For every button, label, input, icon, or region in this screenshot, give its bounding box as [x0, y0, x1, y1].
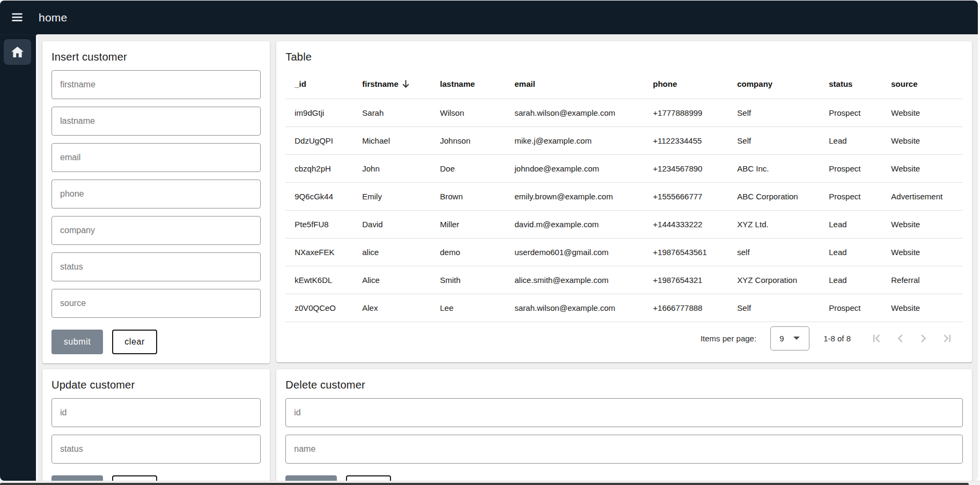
column-header-status[interactable]: status: [820, 70, 882, 99]
table-row: 9Q6cGk44EmilyBrownemily.brown@example.co…: [285, 182, 963, 210]
cell-status: Lead: [820, 238, 882, 266]
delete-card-title: Delete customer: [285, 378, 963, 391]
column-header-label: lastname: [440, 79, 475, 88]
cell-firstname: Emily: [353, 182, 431, 210]
table-paginator: Items per page: 9 1-8 of 8: [285, 322, 963, 362]
column-header-label: firstname: [362, 79, 399, 88]
delete-submit-button[interactable]: submit: [285, 475, 337, 481]
sidebar-nav: [0, 34, 38, 481]
cell-phone: +1234567890: [644, 154, 728, 182]
column-header-email[interactable]: email: [505, 70, 644, 99]
cell-status: Prospect: [820, 99, 882, 126]
cell-phone: +1122334455: [644, 126, 728, 154]
page-size-value: 9: [779, 334, 784, 343]
first-page-button[interactable]: [865, 326, 888, 350]
table-card-title: Table: [285, 50, 963, 63]
next-page-button[interactable]: [912, 326, 935, 350]
content-grid: Insert customer submit clear Table _idfi…: [38, 34, 978, 481]
cell-source: Advertisement: [882, 182, 963, 210]
cell-email: johndoe@example.com: [505, 154, 644, 182]
cell-phone: +19876543561: [644, 238, 728, 266]
column-header-label: _id: [294, 79, 306, 88]
cell-company: Self: [728, 126, 820, 154]
cell-email: sarah.wilson@example.com: [505, 294, 644, 322]
cell-lastname: Smith: [431, 266, 505, 294]
cell-company: XYZ Corporation: [728, 266, 820, 294]
insert-firstname-input[interactable]: [51, 70, 261, 99]
column-header-label: email: [514, 79, 535, 88]
update-id-input[interactable]: [51, 398, 261, 427]
delete-clear-button[interactable]: clear: [346, 475, 391, 481]
paginator-range-label: 1-8 of 8: [823, 334, 851, 343]
delete-button-row: submit clear: [285, 475, 963, 481]
cell-status: Lead: [820, 266, 882, 294]
menu-button[interactable]: [6, 7, 28, 28]
horizontal-scrollbar-thumb[interactable]: [0, 483, 969, 485]
cell-email: emily.brown@example.com: [505, 182, 644, 210]
items-per-page-label: Items per page:: [701, 334, 756, 343]
update-submit-button[interactable]: submit: [51, 475, 103, 481]
cell-status: Lead: [820, 210, 882, 238]
cell-source: Website: [882, 154, 963, 182]
last-page-icon: [943, 334, 952, 342]
cell-email: mike.j@example.com: [505, 126, 644, 154]
cell-firstname: David: [353, 210, 431, 238]
cell-lastname: Miller: [431, 210, 505, 238]
previous-page-icon: [897, 334, 903, 342]
cell-_id: Pte5fFU8: [285, 210, 353, 238]
horizontal-scrollbar[interactable]: [0, 481, 980, 485]
cell-phone: +1444333222: [644, 210, 728, 238]
insert-status-input[interactable]: [51, 252, 261, 281]
table-row: cbzqh2pHJohnDoejohndoe@example.com+12345…: [285, 154, 963, 182]
cell-phone: +1777888999: [644, 99, 728, 126]
table-header-row: _idfirstnamelastnameemailphonecompanysta…: [285, 70, 963, 99]
cell-firstname: alice: [353, 238, 431, 266]
column-header-label: phone: [653, 79, 677, 88]
cell-source: Website: [882, 126, 963, 154]
insert-button-row: submit clear: [51, 330, 261, 354]
cell-_id: cbzqh2pH: [285, 154, 353, 182]
table-row: Pte5fFU8DavidMillerdavid.m@example.com+1…: [285, 210, 963, 238]
column-header-phone[interactable]: phone: [644, 70, 728, 99]
cell-source: Website: [882, 99, 963, 126]
cell-status: Lead: [820, 126, 882, 154]
page-size-select[interactable]: 9: [770, 326, 809, 350]
column-header-source[interactable]: source: [882, 70, 963, 99]
column-header-firstname[interactable]: firstname: [353, 70, 431, 99]
app-window: home Insert customer submit clear: [0, 1, 978, 481]
column-header-company[interactable]: company: [728, 70, 820, 99]
cell-source: Website: [882, 238, 963, 266]
cell-_id: DdzUgQPI: [285, 126, 353, 154]
cell-firstname: Alex: [353, 294, 431, 322]
insert-company-input[interactable]: [51, 216, 261, 245]
update-status-input[interactable]: [51, 435, 261, 464]
insert-submit-button[interactable]: submit: [51, 330, 103, 354]
cell-lastname: Lee: [431, 294, 505, 322]
insert-email-input[interactable]: [51, 143, 261, 172]
previous-page-button[interactable]: [888, 326, 912, 350]
sidebar-item-home[interactable]: [4, 39, 31, 65]
table-row: kEwtK6DLAliceSmithalice.smith@example.co…: [285, 266, 963, 294]
cell-lastname: Doe: [431, 154, 505, 182]
table-row: DdzUgQPIMichaelJohnsonmike.j@example.com…: [285, 126, 963, 154]
cell-email: david.m@example.com: [505, 210, 644, 238]
cell-source: Referral: [882, 266, 963, 294]
table-card: Table _idfirstnamelastnameemailphonecomp…: [276, 41, 972, 362]
insert-phone-input[interactable]: [51, 180, 261, 208]
column-header-lastname[interactable]: lastname: [431, 70, 505, 99]
column-header-label: source: [891, 79, 917, 88]
cell-_id: z0V0QCeO: [285, 294, 353, 322]
delete-form: [285, 398, 963, 464]
last-page-button[interactable]: [935, 326, 959, 350]
delete-id-input[interactable]: [285, 398, 963, 427]
column-header-_id[interactable]: _id: [285, 70, 353, 99]
update-clear-button[interactable]: clear: [112, 475, 157, 481]
cell-company: ABC Corporation: [728, 182, 820, 210]
insert-clear-button[interactable]: clear: [112, 330, 157, 354]
cell-company: Self: [728, 99, 820, 126]
delete-name-input[interactable]: [285, 435, 963, 464]
update-button-row: submit clear: [51, 475, 261, 481]
cell-phone: +1666777888: [644, 294, 728, 322]
insert-lastname-input[interactable]: [51, 107, 261, 136]
insert-source-input[interactable]: [51, 289, 261, 318]
